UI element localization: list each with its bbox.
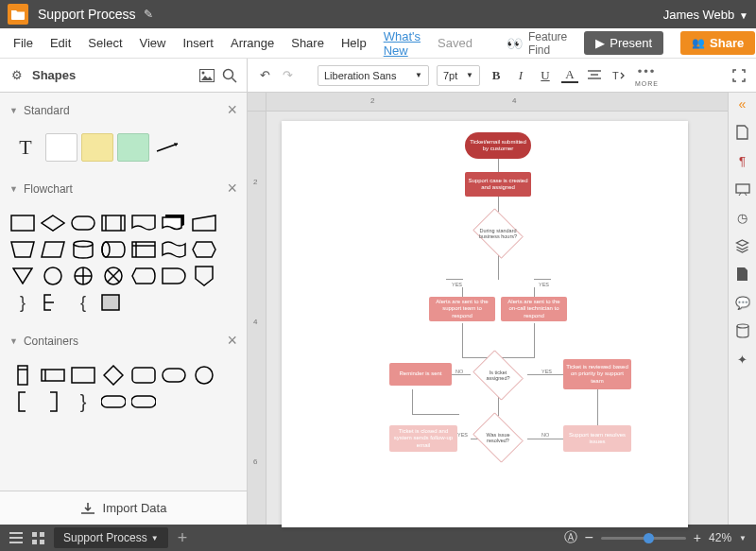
shape-note[interactable] — [81, 133, 113, 162]
collapse-rail-icon[interactable]: « — [739, 96, 747, 112]
shape-arrow[interactable] — [153, 133, 185, 162]
shape-process[interactable] — [9, 212, 36, 234]
node-closed[interactable]: Ticket is closed and system sends follow… — [389, 425, 457, 452]
shape-or[interactable] — [100, 265, 127, 287]
panel-flowchart[interactable]: ▼ Flowchart × — [0, 171, 247, 206]
shape-data[interactable] — [40, 238, 66, 261]
shape-block[interactable] — [117, 133, 149, 162]
shape-delay[interactable] — [161, 265, 187, 287]
node-reviewed[interactable]: Ticket is reviewed based on priority by … — [563, 359, 631, 389]
page-icon[interactable] — [735, 125, 750, 140]
zoom-slider[interactable] — [601, 537, 686, 540]
container-circle[interactable] — [191, 364, 217, 387]
shape-text[interactable]: T — [9, 133, 42, 162]
image-icon[interactable] — [199, 68, 215, 83]
user-menu[interactable]: James Webb ▼ — [663, 8, 748, 22]
node-alert-oncall[interactable]: Alerts are sent to the on-call technicia… — [501, 297, 567, 321]
font-family-select[interactable]: Liberation Sans ▼ — [318, 65, 429, 86]
shape-hexagon[interactable] — [191, 238, 217, 261]
page-tab[interactable]: Support Process ▼ — [54, 527, 168, 548]
bold-button[interactable]: B — [488, 67, 505, 84]
feature-find[interactable]: 👀 Feature Find — [507, 30, 567, 57]
shape-connector[interactable] — [40, 265, 66, 287]
menu-arrange[interactable]: Arrange — [231, 36, 274, 50]
shape-brace-left[interactable]: { — [70, 291, 96, 314]
node-biz-hours[interactable]: During standard business hours? — [470, 212, 526, 255]
comment-icon[interactable]: ¶ — [735, 153, 750, 168]
shape-directdata[interactable] — [100, 238, 127, 261]
shape-offpage[interactable] — [191, 265, 217, 287]
panel-standard[interactable]: ▼ Standard × — [0, 93, 247, 128]
shape-predefined[interactable] — [100, 212, 127, 234]
container-bracket-l[interactable] — [9, 390, 36, 413]
canvas-area[interactable]: 2 4 2 4 6 YES YES NO YES — [248, 93, 728, 525]
shape-papertape[interactable] — [161, 238, 187, 261]
zoom-out-icon[interactable]: − — [585, 529, 593, 546]
container-stadium[interactable] — [100, 390, 127, 413]
close-icon[interactable]: × — [227, 331, 237, 351]
shape-rect[interactable] — [45, 133, 77, 162]
fullscreen-icon[interactable] — [731, 68, 747, 83]
node-alert-team[interactable]: Alerts are sent to the support team to r… — [429, 297, 495, 321]
node-assigned[interactable]: Is ticket assigned? — [470, 353, 526, 397]
container-swimlane-v[interactable] — [9, 364, 36, 387]
more-button[interactable]: ••• MORE — [635, 64, 659, 87]
shape-decision[interactable] — [40, 212, 66, 234]
menu-insert[interactable]: Insert — [182, 36, 214, 50]
menu-select[interactable]: Select — [88, 36, 122, 50]
node-team-resolves[interactable]: Support team resolves issues — [563, 425, 631, 452]
font-size-select[interactable]: 7pt ▼ — [437, 65, 480, 86]
layers-icon[interactable] — [735, 238, 750, 253]
shape-database[interactable] — [70, 238, 96, 261]
add-page-icon[interactable]: + — [178, 528, 188, 548]
undo-icon[interactable]: ↶ — [257, 68, 272, 83]
container-rect[interactable] — [70, 364, 96, 387]
container-bracket-r[interactable] — [40, 390, 66, 413]
gear-icon[interactable]: ⚙ — [9, 68, 25, 83]
folder-icon[interactable] — [8, 4, 28, 25]
share-button[interactable]: 👥 Share — [680, 31, 755, 55]
shape-merge[interactable] — [9, 265, 36, 287]
import-data-button[interactable]: Import Data — [0, 491, 247, 525]
menu-file[interactable]: File — [13, 36, 33, 50]
shape-input[interactable] — [191, 212, 217, 234]
italic-button[interactable]: I — [512, 67, 529, 84]
zoom-thumb[interactable] — [644, 533, 654, 543]
shape-document[interactable] — [130, 212, 157, 234]
shape-multidoc[interactable] — [161, 212, 187, 234]
close-icon[interactable]: × — [227, 179, 237, 198]
node-reminder[interactable]: Reminder is sent — [389, 363, 452, 386]
container-pill[interactable] — [161, 364, 187, 387]
node-resolved[interactable]: Was issue resolved? — [470, 416, 526, 459]
shape-summing[interactable] — [70, 265, 96, 287]
menu-view[interactable]: View — [140, 36, 166, 50]
close-icon[interactable]: × — [227, 100, 237, 120]
underline-button[interactable]: U — [537, 67, 554, 84]
outline-icon[interactable] — [9, 532, 23, 543]
node-create-case[interactable]: Support case is created and assigned — [465, 172, 531, 197]
zoom-fit-icon[interactable]: Ⓐ — [564, 529, 577, 546]
menu-help[interactable]: Help — [341, 36, 367, 50]
container-diamond[interactable] — [100, 364, 127, 387]
shape-brace-right[interactable]: } — [9, 291, 36, 314]
slides-icon[interactable] — [735, 181, 750, 197]
canvas[interactable]: YES YES NO YES YES NO Ticket/email submi… — [282, 121, 688, 527]
zoom-value[interactable]: 42% — [709, 531, 731, 544]
container-stadium2[interactable] — [130, 390, 157, 413]
edit-title-icon[interactable]: ✎ — [144, 8, 153, 21]
panel-containers[interactable]: ▼ Containers × — [0, 323, 247, 358]
container-swimlane-h[interactable] — [40, 364, 66, 387]
zoom-in-icon[interactable]: + — [694, 530, 701, 545]
node-start[interactable]: Ticket/email submitted by customer — [465, 132, 531, 159]
container-rounded[interactable] — [130, 364, 157, 387]
indent-button[interactable]: T — [610, 67, 627, 84]
container-brace[interactable]: } — [70, 390, 96, 413]
magic-icon[interactable]: ✦ — [735, 352, 750, 367]
present-button[interactable]: ▶ Present — [584, 31, 663, 55]
grid-icon[interactable] — [32, 532, 44, 544]
search-icon[interactable] — [222, 68, 237, 83]
menu-share[interactable]: Share — [291, 36, 324, 50]
shape-internal[interactable] — [130, 238, 157, 261]
align-button[interactable] — [586, 67, 603, 84]
shape-manualop[interactable] — [9, 238, 36, 261]
